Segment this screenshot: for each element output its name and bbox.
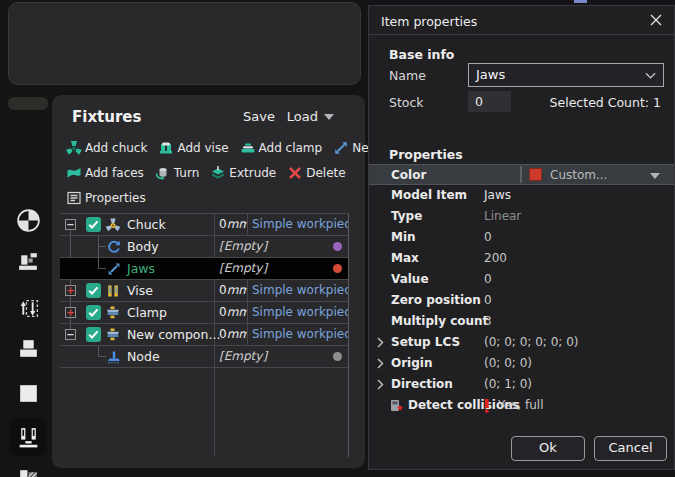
chevron-right-icon[interactable] bbox=[377, 358, 384, 369]
tree-name-cell: Jaws bbox=[60, 258, 214, 280]
tree-row-chuck[interactable]: −Chuck0mmSimple workpiece bbox=[60, 214, 348, 236]
color-dot bbox=[333, 264, 342, 273]
delete-button[interactable]: Delete bbox=[287, 165, 345, 181]
tree-row-body[interactable]: Body[Empty] bbox=[60, 236, 348, 258]
tree-item-label: Vise bbox=[127, 280, 153, 301]
property-value: Jaws bbox=[484, 185, 511, 205]
property-label: Origin bbox=[391, 353, 432, 373]
extrude-button[interactable]: Extrude bbox=[210, 165, 276, 181]
top-edge-fragment bbox=[574, 0, 587, 3]
name-dropdown[interactable]: Jaws bbox=[468, 63, 664, 87]
sidebar-item-machine[interactable] bbox=[9, 241, 47, 279]
ok-button[interactable]: Ok bbox=[511, 436, 585, 461]
tree-connector bbox=[99, 246, 106, 247]
property-value: 0 bbox=[484, 269, 492, 289]
stock-input[interactable]: 0 bbox=[468, 91, 511, 112]
add-chuck-button[interactable]: Add chuck bbox=[66, 140, 147, 156]
tree-item-label: Chuck bbox=[127, 214, 166, 235]
property-row-value[interactable]: Value0 bbox=[369, 269, 674, 290]
turn-button[interactable]: Turn bbox=[155, 165, 199, 181]
property-row-detect-collisions[interactable]: Detect collisionsYes, full bbox=[369, 395, 674, 416]
fixtures-icon bbox=[16, 425, 41, 450]
collapse-icon[interactable]: − bbox=[65, 219, 76, 230]
expand-icon[interactable]: + bbox=[65, 307, 76, 318]
visibility-checkbox[interactable] bbox=[86, 217, 101, 232]
property-label: Min bbox=[391, 227, 416, 247]
property-label: Setup LCS bbox=[391, 332, 460, 352]
tree-name-cell: Body bbox=[60, 236, 214, 258]
empty-cell: [Empty] bbox=[214, 236, 348, 258]
property-row-multiply-count[interactable]: Multiply count3 bbox=[369, 311, 674, 332]
materials-icon bbox=[16, 466, 41, 477]
tree-row-clamp[interactable]: +Clamp0mmSimple workpiece bbox=[60, 302, 348, 324]
tree-connector bbox=[99, 356, 106, 357]
property-value: Custom... bbox=[550, 165, 607, 185]
close-icon[interactable] bbox=[648, 12, 664, 28]
property-row-color[interactable]: ColorCustom... bbox=[369, 164, 674, 185]
property-row-origin[interactable]: Origin(0; 0; 0) bbox=[369, 353, 674, 374]
cancel-button[interactable]: Cancel bbox=[594, 436, 667, 461]
add-clamp-button[interactable]: Add clamp bbox=[240, 140, 323, 156]
property-row-setup-lcs[interactable]: Setup LCS(0; 0; 0; 0; 0; 0) bbox=[369, 332, 674, 353]
rotate-icon bbox=[106, 239, 122, 255]
item-properties-dialog: Item properties Base info Name Jaws Stoc… bbox=[368, 5, 675, 470]
fixtures-panel-title: Fixtures bbox=[72, 108, 141, 126]
workpiece-icon bbox=[16, 336, 41, 361]
properties-button[interactable]: Properties bbox=[66, 190, 146, 206]
tree-row-jaws[interactable]: Jaws[Empty] bbox=[60, 258, 348, 280]
toolbar-button-label: Add faces bbox=[85, 166, 144, 180]
workpiece-link[interactable]: Simple workpiece bbox=[247, 302, 348, 324]
tree-name-cell: −New compon... bbox=[60, 324, 214, 346]
chevron-right-icon[interactable] bbox=[377, 337, 384, 348]
property-row-max[interactable]: Max200 bbox=[369, 248, 674, 269]
add-faces-icon bbox=[66, 165, 82, 181]
workpiece-link[interactable]: Simple workpiece bbox=[247, 214, 348, 236]
stock-input-value: 0 bbox=[475, 94, 483, 109]
collapse-icon[interactable]: − bbox=[65, 329, 76, 340]
property-value: Yes, full bbox=[498, 395, 544, 415]
offset-cell: 0mm bbox=[214, 214, 247, 236]
swap-icon bbox=[16, 296, 41, 321]
property-row-zero-position[interactable]: Zero position0 bbox=[369, 290, 674, 311]
workpiece-link[interactable]: Simple workpiece bbox=[247, 280, 348, 302]
visibility-checkbox[interactable] bbox=[86, 283, 101, 298]
expand-icon[interactable]: + bbox=[65, 285, 76, 296]
tree-item-label: New compon... bbox=[127, 324, 220, 345]
property-row-min[interactable]: Min0 bbox=[369, 227, 674, 248]
tree-row-new-compon[interactable]: −New compon...0mmSimple workpiece bbox=[60, 324, 348, 346]
sidebar-item-plane[interactable] bbox=[9, 374, 47, 412]
tree-row-vise[interactable]: +Vise0mmSimple workpiece bbox=[60, 280, 348, 302]
toolbar-button-label: Add vise bbox=[177, 141, 228, 155]
sidebar-item-materials[interactable] bbox=[9, 459, 47, 477]
clamp-icon bbox=[105, 305, 121, 321]
toolbar-row: Add facesTurnExtrudeDelete bbox=[66, 160, 361, 185]
property-value: 3 bbox=[484, 311, 492, 331]
sidebar-item-fixtures[interactable] bbox=[9, 418, 47, 456]
sidebar-item-datum[interactable] bbox=[9, 201, 47, 239]
load-button[interactable]: Load bbox=[287, 109, 334, 124]
property-row-model-item[interactable]: Model ItemJaws bbox=[369, 185, 674, 206]
properties-heading: Properties bbox=[389, 147, 463, 162]
sidebar-item-workpiece[interactable] bbox=[9, 329, 47, 367]
toolbar-row: Add chuckAdd viseAdd clampNew node bbox=[66, 135, 361, 160]
caret-down-icon[interactable] bbox=[650, 173, 660, 179]
tree-name-cell: Node bbox=[60, 346, 214, 368]
property-label: Direction bbox=[391, 374, 453, 394]
chevron-right-icon[interactable] bbox=[377, 379, 384, 390]
property-row-direction[interactable]: Direction(0; 1; 0) bbox=[369, 374, 674, 395]
fixtures-toolbar: Add chuckAdd viseAdd clampNew nodeAdd fa… bbox=[66, 135, 361, 210]
color-dot bbox=[333, 352, 342, 361]
tree-row-node[interactable]: Node[Empty] bbox=[60, 346, 348, 368]
property-row-type[interactable]: TypeLinear bbox=[369, 206, 674, 227]
workpiece-link[interactable]: Simple workpiece bbox=[247, 324, 348, 346]
sidebar-item-swap[interactable] bbox=[9, 289, 47, 327]
add-vise-button[interactable]: Add vise bbox=[158, 140, 228, 156]
offset-cell: 0mm bbox=[214, 280, 247, 302]
save-button[interactable]: Save bbox=[243, 109, 275, 124]
property-value: 0 bbox=[484, 227, 492, 247]
visibility-checkbox[interactable] bbox=[86, 305, 101, 320]
property-label: Multiply count bbox=[391, 311, 488, 331]
visibility-checkbox[interactable] bbox=[86, 327, 101, 342]
add-faces-button[interactable]: Add faces bbox=[66, 165, 144, 181]
new-node-icon bbox=[333, 140, 349, 156]
